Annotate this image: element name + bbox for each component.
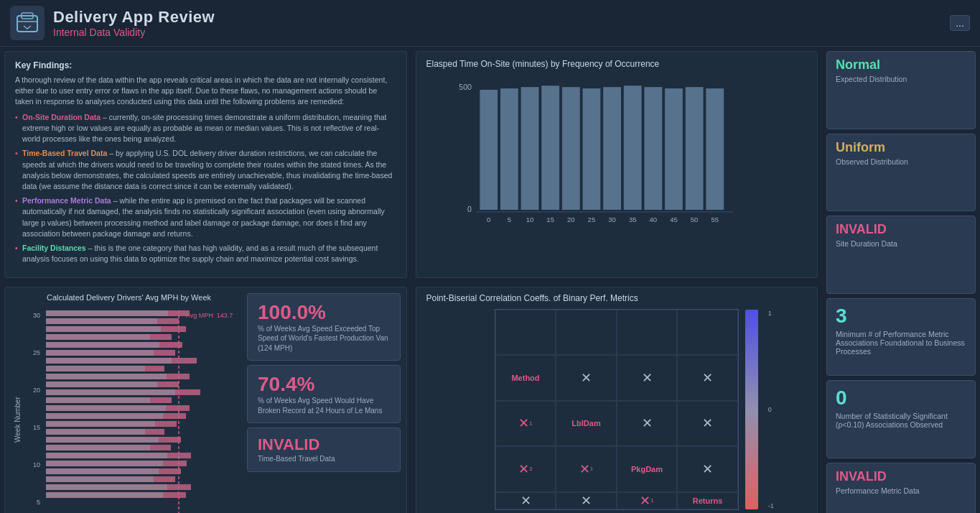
corr-returns-x1: ✕ xyxy=(495,492,556,509)
svg-rect-13 xyxy=(644,87,662,210)
corr-method-x3: ✕ xyxy=(677,355,738,401)
finding-item-3: Performance Metric Data – while the enti… xyxy=(15,195,396,239)
svg-rect-50 xyxy=(46,350,154,356)
svg-rect-9 xyxy=(561,87,579,210)
key-findings-list: On-Site Duration Data – currently, on-si… xyxy=(15,112,396,265)
svg-rect-14 xyxy=(665,88,683,210)
svg-rect-62 xyxy=(46,397,150,403)
svg-rect-42 xyxy=(46,318,157,324)
mph-chart-svg: 30 25 20 15 10 5 Avg MPH: 143.7 xyxy=(24,305,247,514)
status-card-invalid-perf: INVALID Performance Metric Data xyxy=(826,463,976,513)
svg-rect-8 xyxy=(541,86,559,210)
svg-rect-54 xyxy=(46,366,145,371)
header-left: Delivery App Review Internal Data Validi… xyxy=(10,6,215,40)
svg-text:55: 55 xyxy=(711,216,719,223)
svg-text:25: 25 xyxy=(33,349,40,356)
svg-rect-44 xyxy=(46,326,161,332)
key-findings-panel: Key Findings: A thorough review of the d… xyxy=(4,51,407,278)
corr-label-method: Method xyxy=(495,355,556,401)
svg-rect-82 xyxy=(46,476,154,482)
svg-rect-80 xyxy=(46,468,159,474)
status-card-count-3-title: 3 xyxy=(836,305,966,328)
status-card-invalid-site-title: INVALID xyxy=(836,222,966,237)
header-titles: Delivery App Review Internal Data Validi… xyxy=(53,8,215,38)
status-card-normal: Normal Expected Distribution xyxy=(826,51,976,129)
status-card-invalid-perf-title: INVALID xyxy=(836,469,966,484)
svg-text:0: 0 xyxy=(467,205,472,213)
svg-text:10: 10 xyxy=(33,461,40,468)
stat-label-invalid-travel: Time-Based Travel Data xyxy=(258,454,390,464)
svg-rect-6 xyxy=(500,88,518,210)
svg-rect-68 xyxy=(46,421,155,427)
svg-rect-52 xyxy=(46,358,172,364)
svg-rect-7 xyxy=(521,87,538,210)
correlation-container: Method ✕ ✕ ✕ ✕1 LblDam ✕ ✕ ✕2 ✕1 PkgDam … xyxy=(473,309,760,510)
finding-label-1: On-Site Duration Data xyxy=(22,113,101,121)
svg-rect-11 xyxy=(603,87,621,210)
svg-rect-48 xyxy=(46,342,159,348)
svg-text:10: 10 xyxy=(526,216,533,223)
correlation-colorbar xyxy=(745,310,758,509)
svg-text:20: 20 xyxy=(566,216,574,223)
svg-text:45: 45 xyxy=(670,216,678,223)
svg-text:35: 35 xyxy=(628,216,636,223)
app-title: Delivery App Review xyxy=(53,8,215,27)
svg-rect-10 xyxy=(582,88,600,210)
mph-chart-body: Week Number 30 25 20 15 10 5 Avg MPH: 14… xyxy=(11,305,247,514)
svg-text:15: 15 xyxy=(546,216,554,223)
stat-value-100pct: 100.0% xyxy=(258,301,390,324)
svg-rect-56 xyxy=(46,374,167,379)
corr-label-lbldam: LblDam xyxy=(556,401,617,447)
svg-text:30: 30 xyxy=(33,312,40,319)
status-card-uniform-title: Uniform xyxy=(836,140,966,155)
svg-text:Avg MPH: 143.7: Avg MPH: 143.7 xyxy=(186,312,233,319)
svg-text:25: 25 xyxy=(587,216,595,223)
svg-rect-16 xyxy=(706,88,724,210)
corr-returns-x2: ✕ xyxy=(556,492,617,509)
y-axis-label: Week Number xyxy=(11,305,24,514)
svg-rect-70 xyxy=(46,429,145,435)
app-icon xyxy=(10,6,45,40)
corr-r0c2 xyxy=(617,310,678,356)
svg-text:5: 5 xyxy=(37,499,40,506)
corr-label-returns: Returns xyxy=(677,492,738,509)
bottom-left-panel: Calculated Delivery Drivers' Avg MPH by … xyxy=(4,287,407,514)
svg-rect-46 xyxy=(46,334,150,340)
corr-lbldam-x2: ✕ xyxy=(617,401,678,447)
corr-lbldam-x3: ✕ xyxy=(677,401,738,447)
status-card-count-0-subtitle: Number of Statistically Significant (p<0… xyxy=(836,412,966,429)
svg-rect-66 xyxy=(46,413,163,419)
corr-x1-pkgdam: ✕1 xyxy=(556,446,617,492)
correlation-grid: Method ✕ ✕ ✕ ✕1 LblDam ✕ ✕ ✕2 ✕1 PkgDam … xyxy=(495,309,739,510)
svg-rect-12 xyxy=(623,86,641,210)
corr-r0c3 xyxy=(677,310,738,356)
finding-item-4: Facility Distances – this is the one cat… xyxy=(15,243,396,264)
svg-text:30: 30 xyxy=(608,216,616,223)
svg-text:5: 5 xyxy=(507,216,510,223)
status-card-uniform: Uniform Observed Distribution xyxy=(826,134,976,212)
corr-method-x2: ✕ xyxy=(617,355,678,401)
svg-rect-15 xyxy=(685,87,703,210)
finding-label-2: Time-Based Travel Data xyxy=(22,149,107,157)
corr-method-x1: ✕ xyxy=(556,355,617,401)
svg-rect-76 xyxy=(46,453,167,458)
corr-r0c1 xyxy=(556,310,617,356)
colorbar-top: 1 xyxy=(768,310,774,317)
svg-rect-78 xyxy=(46,461,163,466)
svg-text:20: 20 xyxy=(33,387,40,394)
stat-label-100pct: % of Weeks Avg Speed Exceeded Top Speed … xyxy=(258,324,390,353)
correlation-colorbar-labels: 1 0 -1 xyxy=(768,310,774,509)
header-menu-button[interactable]: ... xyxy=(950,15,970,31)
svg-rect-40 xyxy=(46,310,168,316)
colorbar-mid: 0 xyxy=(768,406,774,413)
svg-rect-74 xyxy=(46,445,150,450)
svg-rect-64 xyxy=(46,405,166,411)
colorbar-bot: -1 xyxy=(768,502,774,509)
stat-value-70pct: 70.4% xyxy=(258,373,390,396)
corr-r0c0 xyxy=(495,310,556,356)
svg-text:500: 500 xyxy=(459,83,472,91)
stat-label-70pct: % of Weeks Avg Speed Would Have Broken R… xyxy=(258,396,390,415)
finding-label-4: Facility Distances xyxy=(22,244,86,252)
header: Delivery App Review Internal Data Validi… xyxy=(0,0,980,47)
elapsed-chart-title: Elasped Time On-Site (minutes) by Freque… xyxy=(426,59,808,69)
